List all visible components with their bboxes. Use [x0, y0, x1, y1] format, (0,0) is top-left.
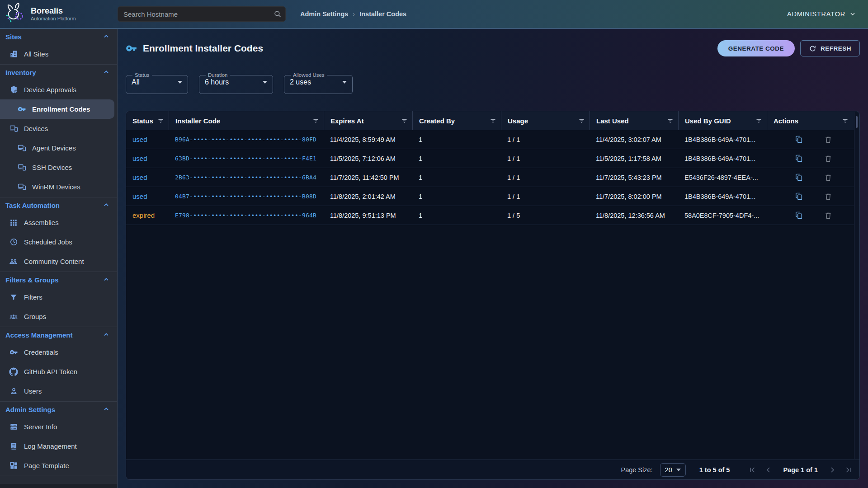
filter-icon[interactable]: [667, 117, 674, 124]
delete-code-button[interactable]: [824, 211, 832, 220]
filter-icon[interactable]: [755, 117, 762, 124]
sidebar-item-devices[interactable]: Devices: [0, 119, 117, 138]
filter-icon[interactable]: [490, 117, 496, 124]
delete-code-button[interactable]: [824, 136, 832, 144]
sidebar-item-groups[interactable]: Groups: [0, 307, 117, 326]
sidebar-item-enrollment-codes[interactable]: Enrollment Codes: [0, 99, 114, 119]
search-input[interactable]: [118, 6, 286, 22]
table-row[interactable]: expired E798-••••-••••-••••-••••-••••-••…: [126, 206, 859, 225]
sidebar-item-server-info[interactable]: Server Info: [0, 417, 117, 436]
next-page-icon[interactable]: [828, 465, 837, 474]
sidebar-item-page-template[interactable]: Page Template: [0, 456, 117, 475]
breadcrumb-admin-settings[interactable]: Admin Settings: [300, 10, 348, 18]
page-title: Enrollment Installer Codes: [143, 43, 263, 54]
grid-icon: [9, 218, 18, 227]
delete-code-button[interactable]: [824, 192, 832, 201]
chevron-down-icon: [263, 81, 267, 84]
sidebar-item-label: Devices: [24, 125, 48, 132]
sidebar-section-inventory[interactable]: Inventory: [0, 65, 117, 80]
status-badge: expired: [132, 211, 155, 219]
filter-icon[interactable]: [578, 117, 585, 124]
status-filter-select[interactable]: Status All: [126, 72, 188, 94]
user-icon: [9, 387, 18, 396]
sidebar-item-agent-devices[interactable]: Agent Devices: [0, 138, 117, 158]
breadcrumb-installer-codes[interactable]: Installer Codes: [359, 10, 406, 18]
page-info-label: Page 1 of 1: [783, 466, 818, 474]
chevron-down-icon: [342, 81, 347, 84]
search-icon: [274, 10, 282, 18]
filter-icon[interactable]: [401, 117, 408, 124]
copy-code-button[interactable]: [795, 211, 803, 220]
installer-code: B96A-••••-••••-••••-••••-••••-••••-80FD: [175, 136, 316, 143]
delete-code-button[interactable]: [824, 155, 832, 163]
table-row[interactable]: used 2B63-••••-••••-••••-••••-••••-••••-…: [126, 168, 859, 187]
key-icon: [17, 105, 26, 114]
table-row[interactable]: used 04B7-••••-••••-••••-••••-••••-••••-…: [126, 187, 859, 206]
previous-page-icon[interactable]: [764, 465, 773, 474]
copy-code-button[interactable]: [795, 173, 803, 182]
duration-filter-select[interactable]: Duration 6 hours: [199, 72, 273, 94]
row-range-label: 1 to 5 of 5: [699, 466, 730, 474]
sidebar-item-log-management[interactable]: Log Management: [0, 436, 117, 456]
sidebar-item-label: Server Info: [24, 423, 57, 431]
key-icon: [9, 348, 18, 357]
table-row[interactable]: used 63BD-••••-••••-••••-••••-••••-••••-…: [126, 149, 859, 168]
clock-icon: [9, 238, 18, 247]
filter-icon[interactable]: [842, 117, 849, 124]
sidebar-item-users[interactable]: Users: [0, 381, 117, 401]
sidebar-item-community-content[interactable]: Community Content: [0, 252, 117, 271]
sidebar-section-admin-settings[interactable]: Admin Settings: [0, 402, 117, 417]
sidebar-bottom-strip: [0, 484, 117, 488]
sidebar-item-label: GitHub API Token: [24, 368, 77, 375]
sidebar-item-label: SSH Devices: [32, 164, 72, 171]
sidebar-item-ssh-devices[interactable]: SSH Devices: [0, 158, 117, 177]
status-badge: used: [132, 136, 147, 143]
table-row[interactable]: used B96A-••••-••••-••••-••••-••••-••••-…: [126, 130, 859, 149]
sidebar-item-filters[interactable]: Filters: [0, 287, 117, 307]
sidebar-item-label: Page Template: [24, 462, 69, 469]
chevron-up-icon: [103, 276, 110, 283]
devices-icon: [17, 183, 26, 192]
copy-code-button[interactable]: [795, 192, 803, 201]
sidebar-item-assemblies[interactable]: Assemblies: [0, 213, 117, 232]
installer-code: 63BD-••••-••••-••••-••••-••••-••••-F4E1: [175, 155, 316, 162]
sidebar-section-task-automation[interactable]: Task Automation: [0, 197, 117, 213]
first-page-icon[interactable]: [748, 465, 757, 474]
main-content: Enrollment Installer Codes GENERATE CODE…: [118, 29, 868, 488]
sidebar-item-winrm-devices[interactable]: WinRM Devices: [0, 177, 117, 197]
chevron-up-icon: [103, 406, 110, 413]
sidebar-item-label: Assemblies: [24, 219, 59, 226]
sidebar-item-label: Device Approvals: [24, 86, 76, 94]
sidebar-item-label: Scheduled Jobs: [24, 238, 72, 246]
sidebar-section-filters-groups[interactable]: Filters & Groups: [0, 272, 117, 287]
user-menu-button[interactable]: ADMINISTRATOR: [787, 10, 856, 18]
last-page-icon[interactable]: [844, 465, 853, 474]
copy-code-button[interactable]: [795, 135, 803, 144]
generate-code-button[interactable]: GENERATE CODE: [717, 40, 795, 56]
table-scrollbar[interactable]: [854, 112, 859, 459]
sidebar-section-access-management[interactable]: Access Management: [0, 327, 117, 343]
sidebar-item-all-sites[interactable]: All Sites: [0, 44, 117, 64]
table-empty-area: [126, 225, 859, 460]
chevron-down-icon: [676, 469, 681, 471]
refresh-button[interactable]: REFRESH: [800, 40, 860, 56]
page-size-select[interactable]: 20: [660, 463, 686, 477]
installer-code: E798-••••-••••-••••-••••-••••-••••-964B: [175, 212, 316, 219]
filter-icon[interactable]: [157, 117, 164, 124]
chevron-up-icon: [103, 33, 110, 40]
sidebar-item-scheduled-jobs[interactable]: Scheduled Jobs: [0, 232, 117, 252]
page-size-label: Page Size:: [621, 466, 652, 474]
sidebar-item-credentials[interactable]: Credentials: [0, 343, 117, 362]
sidebar-section-sites[interactable]: Sites: [0, 29, 117, 44]
allowed-uses-filter-select[interactable]: Allowed Uses 2 uses: [284, 72, 353, 94]
copy-code-button[interactable]: [795, 154, 803, 163]
status-badge: used: [132, 174, 147, 181]
sidebar-item-device-approvals[interactable]: Device Approvals: [0, 80, 117, 99]
sidebar-item-github-api-token[interactable]: GitHub API Token: [0, 362, 117, 381]
delete-code-button[interactable]: [824, 174, 832, 182]
scrollbar-thumb[interactable]: [856, 116, 858, 128]
log-icon: [9, 442, 18, 451]
top-bar: Borealis Automation Platform Admin Setti…: [0, 0, 868, 29]
installer-code: 04B7-••••-••••-••••-••••-••••-••••-B08D: [175, 193, 316, 200]
filter-icon[interactable]: [312, 117, 319, 124]
